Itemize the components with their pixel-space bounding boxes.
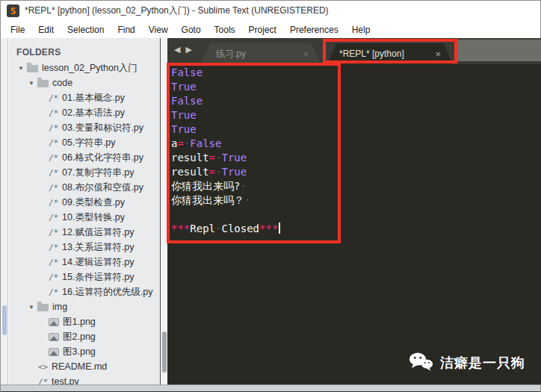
sidebar-item-label: code bbox=[52, 78, 72, 88]
sidebar-item-图2.png[interactable]: 图2.png bbox=[9, 329, 160, 344]
folder-icon bbox=[37, 80, 49, 87]
code-token: False bbox=[171, 66, 203, 78]
sidebar-item-09.类型检查.py[interactable]: /*09.类型检查.py bbox=[9, 195, 160, 210]
code-token: True bbox=[221, 152, 247, 164]
code-token: = bbox=[209, 152, 215, 164]
window-title: *REPL* [python] (lesson_02_Python入门) - S… bbox=[25, 4, 329, 17]
sidebar-item-label: img bbox=[52, 302, 67, 312]
close-icon[interactable]: × bbox=[303, 49, 309, 60]
sidebar-item-图3.png[interactable]: 图3.png bbox=[9, 344, 160, 359]
tab-label: *REPL* [python] bbox=[327, 49, 435, 59]
sidebar-item-16.运算符的优先级.py[interactable]: /*16.运算符的优先级.py bbox=[9, 284, 160, 299]
sidebar-scrollbar[interactable] bbox=[160, 38, 167, 385]
tab-*REPL* [python][interactable]: *REPL* [python]× bbox=[327, 43, 453, 64]
sidebar-left-scrollbar[interactable] bbox=[1, 38, 8, 385]
code-token: = bbox=[177, 137, 183, 149]
menu-help[interactable]: Help bbox=[345, 22, 377, 37]
code-line: 你猜我出来吗?· bbox=[171, 179, 541, 193]
menu-tools[interactable]: Tools bbox=[208, 22, 242, 37]
forward-icon[interactable]: ▶ bbox=[186, 45, 194, 54]
sidebar-item-label: README.md bbox=[52, 361, 107, 372]
code-token: *** bbox=[171, 223, 190, 234]
tab-bar: ◀ ▶ 练习.py×*REPL* [python]× bbox=[167, 38, 541, 64]
menu-project[interactable]: Project bbox=[242, 22, 283, 37]
image-file-icon bbox=[49, 348, 59, 356]
sidebar-item-label: 01.基本概念.py bbox=[62, 92, 125, 105]
sidebar-item-10.类型转换.py[interactable]: /*10.类型转换.py bbox=[9, 210, 160, 225]
sidebar-item-label: 16.运算符的优先级.py bbox=[62, 286, 153, 299]
menu-file[interactable]: File bbox=[4, 22, 31, 37]
text-cursor bbox=[279, 223, 280, 234]
code-token: = bbox=[209, 166, 215, 178]
code-line: False bbox=[171, 66, 541, 80]
code-token: False bbox=[190, 137, 221, 149]
sidebar-item-07.复制字符串.py[interactable]: /*07.复制字符串.py bbox=[9, 165, 160, 180]
folder-icon bbox=[37, 304, 49, 311]
sidebar-item-code[interactable]: ▼code bbox=[9, 75, 160, 90]
expand-arrow-icon[interactable]: ▼ bbox=[28, 304, 37, 311]
py-file-icon: /* bbox=[49, 258, 62, 267]
sidebar-item-02.基本语法.py[interactable]: /*02.基本语法.py bbox=[9, 105, 160, 120]
sidebar-item-lesson_02_Python入门[interactable]: ▼lesson_02_Python入门 bbox=[9, 60, 160, 75]
sidebar-item-15.条件运算符.py[interactable]: /*15.条件运算符.py bbox=[9, 270, 160, 284]
title-bar: S *REPL* [python] (lesson_02_Python入门) -… bbox=[1, 1, 540, 21]
menu-find[interactable]: Find bbox=[111, 22, 141, 37]
code-line: result=·True bbox=[171, 151, 541, 165]
sidebar-item-label: 07.复制字符串.py bbox=[62, 167, 135, 179]
image-file-icon bbox=[49, 318, 59, 326]
code-line: result=·True bbox=[171, 165, 541, 179]
code-token: Closed bbox=[221, 223, 259, 234]
tab-nav-arrows[interactable]: ◀ ▶ bbox=[174, 45, 194, 55]
image-file-icon bbox=[49, 333, 59, 341]
close-icon[interactable]: × bbox=[435, 49, 441, 60]
sidebar-left-scrollbar-thumb[interactable] bbox=[2, 305, 7, 335]
sidebar-item-label: 15.条件运算符.py bbox=[62, 271, 135, 284]
tabbar-empty-area bbox=[457, 40, 541, 61]
repl-output-area[interactable]: FalseTrueFalseTrueTruea=·Falseresult=·Tr… bbox=[167, 64, 541, 385]
back-icon[interactable]: ◀ bbox=[174, 45, 182, 54]
menu-preferences[interactable]: Preferences bbox=[283, 22, 345, 37]
menu-goto[interactable]: Goto bbox=[175, 22, 208, 37]
tab-练习.py[interactable]: 练习.py× bbox=[201, 43, 321, 64]
sidebar-scrollbar-thumb[interactable] bbox=[162, 332, 167, 373]
sidebar-item-06.格式化字符串.py[interactable]: /*06.格式化字符串.py bbox=[9, 150, 160, 165]
code-token: False bbox=[171, 95, 203, 107]
sidebar-item-05.字符串.py[interactable]: /*05.字符串.py bbox=[9, 135, 160, 150]
sidebar-item-label: 图1.png bbox=[63, 316, 96, 329]
py-file-icon: /* bbox=[49, 228, 62, 237]
folders-header: FOLDERS bbox=[9, 38, 160, 60]
sidebar-item-README.md[interactable]: <>README.md bbox=[9, 359, 160, 374]
sidebar-item-img[interactable]: ▼img bbox=[9, 299, 160, 314]
menu-view[interactable]: View bbox=[142, 22, 175, 37]
sidebar-item-03.变量和标识符.py[interactable]: /*03.变量和标识符.py bbox=[9, 120, 160, 135]
status-bar bbox=[1, 385, 540, 392]
sidebar-item-01.基本概念.py[interactable]: /*01.基本概念.py bbox=[9, 90, 160, 105]
expand-arrow-icon[interactable]: ▼ bbox=[28, 80, 37, 87]
sidebar-item-08.布尔值和空值.py[interactable]: /*08.布尔值和空值.py bbox=[9, 180, 160, 195]
sidebar-item-label: 图3.png bbox=[63, 346, 96, 358]
py-file-icon: /* bbox=[49, 287, 62, 297]
sidebar-item-label: 图2.png bbox=[63, 331, 96, 343]
sidebar-item-图1.png[interactable]: 图1.png bbox=[9, 314, 160, 329]
expand-arrow-icon[interactable]: ▼ bbox=[18, 65, 27, 72]
sidebar-item-label: 08.布尔值和空值.py bbox=[62, 181, 143, 194]
sidebar-item-test.py[interactable]: /*test.py bbox=[9, 374, 160, 385]
code-token: 你猜我出来吗? bbox=[171, 180, 240, 192]
menu-selection[interactable]: Selection bbox=[61, 22, 111, 37]
menu-edit[interactable]: Edit bbox=[31, 22, 61, 37]
sidebar-item-label: 02.基本语法.py bbox=[62, 107, 125, 119]
sidebar-item-14.逻辑运算符.py[interactable]: /*14.逻辑运算符.py bbox=[9, 255, 160, 270]
file-tree: ▼lesson_02_Python入门▼code/*01.基本概念.py/*02… bbox=[9, 60, 160, 385]
code-line: True bbox=[171, 108, 541, 122]
code-token: result bbox=[171, 166, 209, 178]
sidebar-item-label: 05.字符串.py bbox=[62, 137, 116, 149]
code-line: ***Repl·Closed*** bbox=[171, 222, 541, 236]
code-token: Repl bbox=[190, 223, 215, 234]
sublime-logo-icon: S bbox=[7, 4, 19, 17]
sidebar-item-label: 06.格式化字符串.py bbox=[62, 152, 143, 164]
sidebar-item-label: test.py bbox=[52, 376, 79, 385]
sidebar-item-12.赋值运算符.py[interactable]: /*12.赋值运算符.py bbox=[9, 225, 160, 240]
code-line: 你猜我出来吗？· bbox=[171, 193, 541, 208]
code-token: True bbox=[221, 166, 247, 178]
sidebar-item-13.关系运算符.py[interactable]: /*13.关系运算符.py bbox=[9, 240, 160, 255]
